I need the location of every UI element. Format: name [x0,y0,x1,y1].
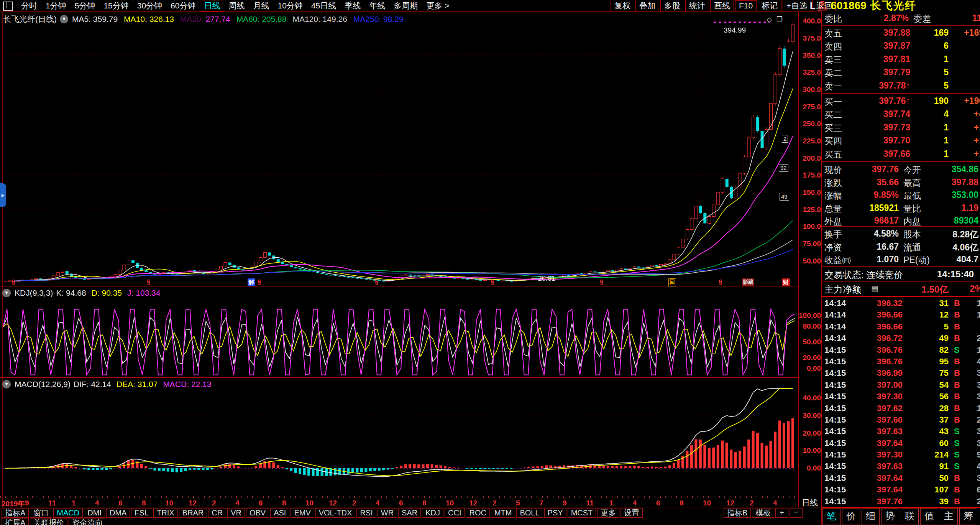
event-marker-icon[interactable]: 解 [248,278,255,286]
window-icon[interactable]: ❐ [776,15,783,23]
mini-tab-势[interactable]: 势 [881,508,899,525]
event-marker-icon[interactable]: § [600,278,603,286]
period-item-45日线[interactable]: 45日线 [307,0,340,12]
event-marker-icon[interactable]: § [258,278,261,286]
tab-MTM[interactable]: MTM [491,508,515,518]
tab-KDJ[interactable]: KDJ [422,508,443,518]
tab-RSI[interactable]: RSI [356,508,376,518]
period-item-分时[interactable]: 分时 [17,0,41,12]
tx-detail: 31 [966,426,980,436]
period-item-季线[interactable]: 季线 [340,0,365,12]
tab-BRAR[interactable]: BRAR [179,508,207,518]
button-−[interactable]: − [790,508,803,518]
chevron-down-icon[interactable]: ▾ [2,380,11,388]
tab-CR[interactable]: CR [208,508,226,518]
tx-price: 396.32 [852,298,903,308]
period-item-15分钟[interactable]: 15分钟 [99,0,133,12]
period-item-60分钟[interactable]: 60分钟 [166,0,200,12]
tab-DMI[interactable]: DMI [84,508,105,518]
tab-VR[interactable]: VR [227,508,245,518]
tab-OBV[interactable]: OBV [246,508,269,518]
event-marker-icon[interactable]: § [719,278,722,286]
tab-指标A[interactable]: 指标A [2,508,29,518]
separator-line [822,507,980,508]
mini-tab-筹[interactable]: 筹 [959,508,977,525]
panel-expand-arrow[interactable]: ▶ [0,183,6,207]
button-+[interactable]: + [775,508,788,518]
toolbar-button-叠加[interactable]: 叠加 [635,0,659,12]
buy-level-price: 397.73 [849,122,910,133]
period-item-月线[interactable]: 月线 [249,0,273,12]
event-marker-icon[interactable]: § [375,278,378,286]
axis-tick-label: 225.0 [799,137,821,145]
transaction-row: 14:15397.6391S44 [822,460,980,472]
toolbar-button-统计[interactable]: 统计 [685,0,709,12]
tab-ASI[interactable]: ASI [270,508,289,518]
indicator-label: K: [56,288,66,297]
macd-chart[interactable] [0,378,798,495]
mini-tab-联[interactable]: 联 [901,508,919,525]
timeline-label: 6 [399,499,403,507]
mini-tab-值[interactable]: 值 [920,508,938,525]
tab-FSL[interactable]: FSL [131,508,152,518]
tab-窗口[interactable]: 窗口 [30,508,52,518]
tab-资金流向[interactable]: 资金流向 [69,518,106,525]
tab-DMA[interactable]: DMA [106,508,130,518]
event-marker-icon[interactable]: § [147,278,150,286]
tab-PSY[interactable]: PSY [544,508,566,518]
buy-level-volume: 1 [914,135,949,146]
period-item-周线[interactable]: 周线 [224,0,249,12]
period-item-5分钟[interactable]: 5分钟 [71,0,100,12]
period-item-1分钟[interactable]: 1分钟 [41,0,71,12]
tab-MACD[interactable]: MACD [53,508,83,518]
event-marker-icon[interactable]: § [491,278,494,286]
main-price-chart[interactable] [0,12,798,286]
tab-BOLL[interactable]: BOLL [516,508,543,518]
tab-设置[interactable]: 设置 [621,508,643,518]
tab-TRIX[interactable]: TRIX [153,508,178,518]
tab-SAR[interactable]: SAR [398,508,421,518]
tab-关联报价[interactable]: 关联报价 [30,518,67,525]
mini-tab-价[interactable]: 价 [842,508,860,525]
tab-更多[interactable]: 更多 [597,508,619,518]
mini-tab-笔[interactable]: 笔 [822,508,840,525]
diamond-icon[interactable]: ◇ [767,15,772,24]
tab-扩展A[interactable]: 扩展A [2,518,29,525]
button-模板[interactable]: 模板 [752,508,774,518]
toolbar-button-画线[interactable]: 画线 [710,0,734,12]
toolbar-button-复权[interactable]: 复权 [611,0,634,12]
tab-WR[interactable]: WR [378,508,397,518]
kdj-chart[interactable] [0,286,798,377]
chevron-down-icon[interactable]: ▾ [2,289,11,297]
event-marker-icon[interactable]: 财 [782,278,790,286]
tab-ROC[interactable]: ROC [466,508,489,518]
r-1000-flag: R1000 [817,0,828,12]
period-item-更多 >[interactable]: 更多 > [422,0,453,12]
window-split-icon[interactable] [3,2,13,11]
buy-level-price: 397.74 [849,109,910,119]
tab-CCI[interactable]: CCI [445,508,465,518]
period-item-多周期[interactable]: 多周期 [389,0,422,12]
period-item-日线[interactable]: 日线 [200,0,224,12]
period-item-30分钟[interactable]: 30分钟 [133,0,166,12]
toolbar-button-标记[interactable]: 标记 [758,0,781,12]
period-item-年线[interactable]: 年线 [365,0,389,12]
mini-tab-细[interactable]: 细 [862,508,880,525]
toolbar-button-F10[interactable]: F10 [735,0,757,11]
timeline-label: 4 [633,499,637,507]
mini-tab-主[interactable]: 主 [940,508,958,525]
event-marker-icon[interactable]: 回 [668,278,676,286]
button-指标B[interactable]: 指标B [724,508,751,518]
tab-EMV[interactable]: EMV [291,508,314,518]
chevron-down-icon[interactable]: ▾ [60,15,68,23]
buy-level-label: 买三 [824,122,842,134]
event-marker-icon[interactable]: 影藏 [742,278,754,286]
toolbar-button-+自选[interactable]: +自选 [783,0,811,12]
tab-VOL-TDX[interactable]: VOL-TDX [315,508,356,518]
list-icon[interactable]: ▤ [871,284,878,293]
tab-MCST[interactable]: MCST [568,508,596,518]
event-marker-icon[interactable]: § [11,278,15,286]
timeline[interactable]: 2019年91114681012246810122468101225791114… [0,496,798,507]
period-item-10分钟[interactable]: 10分钟 [273,0,307,12]
toolbar-button-多股[interactable]: 多股 [660,0,684,12]
